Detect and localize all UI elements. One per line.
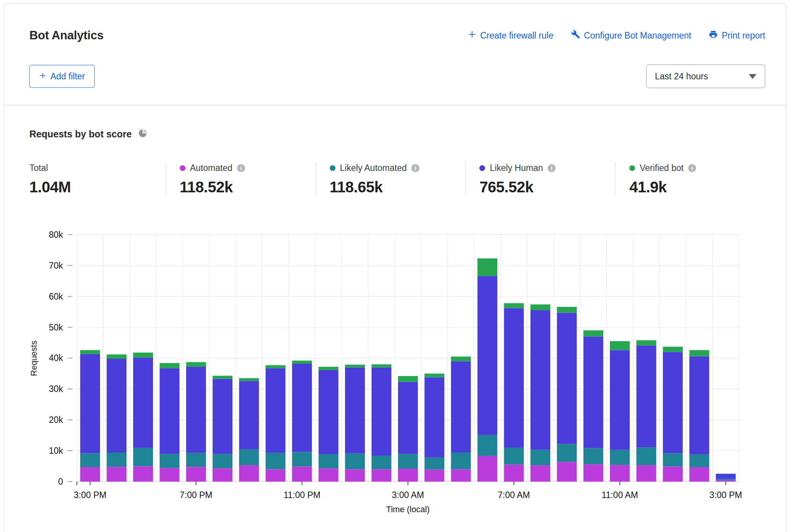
bar-segment-likely-human[interactable] (610, 350, 630, 450)
bar-segment-verified-bot[interactable] (557, 307, 577, 313)
bar-segment-likely-human[interactable] (319, 370, 339, 454)
bar-segment-automated[interactable] (451, 469, 471, 482)
info-icon[interactable]: i (411, 164, 419, 172)
configure-bot-management-link[interactable]: Configure Bot Management (571, 30, 691, 41)
bar-segment-likely-automated[interactable] (292, 452, 312, 466)
bar-segment-verified-bot[interactable] (398, 376, 418, 382)
bar-segment-automated[interactable] (345, 469, 365, 482)
bar-segment-likely-human[interactable] (107, 359, 127, 453)
bar-segment-verified-bot[interactable] (239, 378, 259, 381)
bar-segment-likely-automated[interactable] (133, 448, 153, 466)
bar-segment-automated[interactable] (372, 469, 392, 482)
bar-segment-likely-automated[interactable] (319, 454, 339, 468)
bar-segment-likely-automated[interactable] (504, 448, 524, 464)
bar-segment-automated[interactable] (319, 468, 339, 482)
bar-segment-likely-automated[interactable] (266, 453, 285, 469)
bar-segment-likely-automated[interactable] (663, 453, 683, 467)
bar-segment-automated[interactable] (477, 456, 497, 482)
bar-segment-automated[interactable] (186, 467, 206, 482)
bar-segment-verified-bot[interactable] (637, 340, 656, 345)
time-range-select[interactable]: Last 24 hours (646, 64, 765, 88)
info-icon[interactable]: i (688, 164, 696, 172)
print-report-link[interactable]: Print report (709, 30, 765, 41)
bar-segment-likely-human[interactable] (345, 368, 365, 454)
bar-segment-likely-automated[interactable] (372, 456, 392, 469)
bar-segment-likely-human[interactable] (584, 337, 603, 448)
bar-segment-likely-human[interactable] (186, 367, 206, 453)
bar-segment-likely-human[interactable] (266, 368, 285, 453)
bar-segment-likely-automated[interactable] (689, 455, 709, 467)
bar-segment-likely-human[interactable] (451, 361, 471, 452)
bar-segment-likely-human[interactable] (239, 381, 259, 449)
bar-segment-verified-bot[interactable] (345, 364, 365, 367)
bar-segment-verified-bot[interactable] (213, 376, 232, 379)
bar-segment-likely-human[interactable] (689, 356, 709, 455)
bar-segment-automated[interactable] (663, 466, 683, 482)
bar-segment-automated[interactable] (689, 467, 709, 482)
bar-segment-automated[interactable] (266, 469, 285, 482)
bar-segment-verified-bot[interactable] (133, 353, 153, 358)
bar-segment-automated[interactable] (504, 465, 524, 482)
bar-segment-likely-automated[interactable] (610, 450, 630, 465)
bar-segment-likely-automated[interactable] (637, 447, 656, 465)
bar-segment-likely-human[interactable] (530, 310, 550, 450)
bar-segment-verified-bot[interactable] (186, 362, 206, 367)
bar-segment-automated[interactable] (716, 480, 736, 482)
bar-segment-likely-human[interactable] (504, 308, 524, 448)
bar-segment-likely-automated[interactable] (530, 450, 550, 465)
bar-segment-verified-bot[interactable] (663, 347, 683, 352)
bar-segment-likely-human[interactable] (663, 352, 683, 453)
bar-segment-likely-automated[interactable] (451, 453, 471, 469)
bar-segment-verified-bot[interactable] (689, 350, 709, 356)
bar-segment-verified-bot[interactable] (610, 341, 630, 350)
bar-segment-likely-automated[interactable] (160, 454, 179, 468)
bar-segment-likely-automated[interactable] (186, 453, 206, 467)
create-firewall-rule-link[interactable]: Create firewall rule (468, 30, 553, 41)
bar-segment-verified-bot[interactable] (530, 305, 550, 310)
bar-segment-verified-bot[interactable] (266, 365, 285, 368)
bar-segment-automated[interactable] (292, 466, 312, 482)
bar-segment-automated[interactable] (637, 465, 656, 482)
bar-segment-verified-bot[interactable] (477, 258, 497, 276)
bar-segment-verified-bot[interactable] (319, 367, 339, 370)
bar-segment-automated[interactable] (530, 465, 550, 482)
info-icon[interactable]: i (548, 164, 556, 172)
add-filter-button[interactable]: Add filter (29, 65, 95, 88)
bar-segment-likely-automated[interactable] (345, 453, 365, 469)
bar-segment-automated[interactable] (80, 467, 100, 482)
bar-segment-likely-human[interactable] (133, 358, 153, 448)
bar-segment-verified-bot[interactable] (160, 363, 179, 368)
bar-segment-likely-automated[interactable] (716, 479, 736, 480)
bar-segment-verified-bot[interactable] (80, 350, 100, 354)
bar-segment-automated[interactable] (398, 469, 418, 482)
bar-segment-automated[interactable] (557, 462, 577, 482)
bar-segment-automated[interactable] (133, 466, 153, 482)
bar-segment-likely-automated[interactable] (584, 448, 603, 464)
bar-segment-automated[interactable] (107, 467, 127, 482)
bar-segment-likely-human[interactable] (398, 382, 418, 454)
bar-segment-likely-automated[interactable] (557, 444, 577, 462)
bar-segment-automated[interactable] (584, 464, 603, 482)
bar-segment-verified-bot[interactable] (107, 355, 127, 359)
bar-segment-automated[interactable] (610, 465, 630, 482)
bar-segment-likely-human[interactable] (716, 474, 736, 479)
info-icon[interactable]: i (237, 164, 245, 172)
bar-segment-likely-human[interactable] (557, 313, 577, 444)
bar-segment-likely-automated[interactable] (213, 454, 232, 468)
bar-segment-likely-automated[interactable] (107, 453, 127, 467)
bar-segment-likely-human[interactable] (372, 368, 392, 456)
bar-segment-verified-bot[interactable] (292, 361, 312, 364)
bar-segment-likely-human[interactable] (292, 364, 312, 452)
bar-segment-likely-automated[interactable] (424, 458, 444, 470)
bar-segment-automated[interactable] (424, 469, 444, 482)
bar-segment-likely-human[interactable] (424, 377, 444, 458)
bar-segment-likely-automated[interactable] (239, 449, 259, 465)
bar-segment-verified-bot[interactable] (584, 330, 603, 337)
bar-segment-likely-human[interactable] (213, 379, 232, 454)
bar-segment-likely-human[interactable] (80, 354, 100, 453)
bar-segment-likely-human[interactable] (160, 368, 179, 454)
bar-segment-likely-human[interactable] (637, 345, 656, 447)
bar-segment-verified-bot[interactable] (451, 356, 471, 361)
bar-segment-automated[interactable] (213, 468, 232, 482)
bar-segment-verified-bot[interactable] (424, 374, 444, 377)
